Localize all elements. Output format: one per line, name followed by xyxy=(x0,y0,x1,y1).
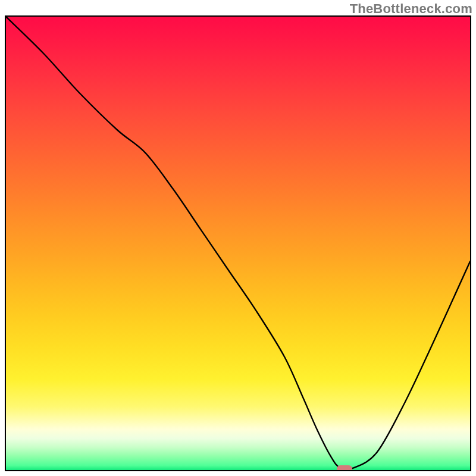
optimal-marker xyxy=(337,465,352,471)
watermark-text: TheBottleneck.com xyxy=(350,1,472,17)
bottleneck-curve xyxy=(6,17,470,470)
chart-stage: TheBottleneck.com xyxy=(0,0,476,476)
plot-area xyxy=(5,15,471,471)
